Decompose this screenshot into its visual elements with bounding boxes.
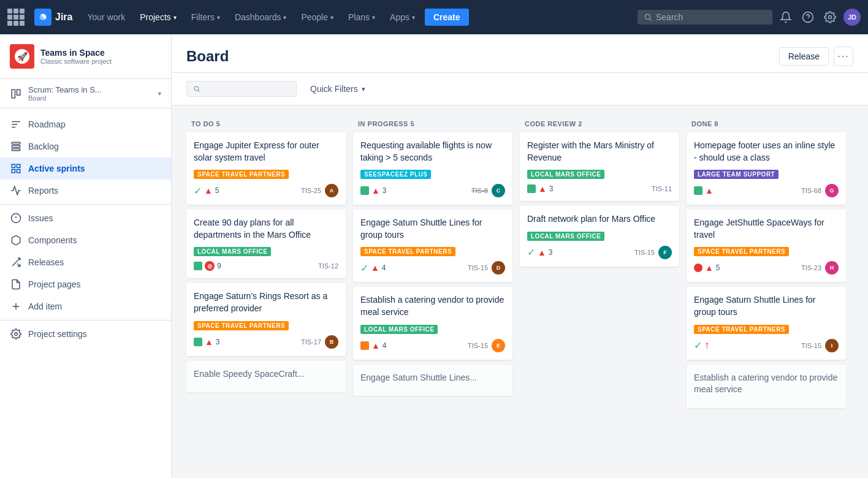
- priority-icon: ▲: [371, 341, 380, 351]
- card-tis11[interactable]: Register with the Mars Ministry of Reven…: [520, 132, 679, 201]
- card-avatar: G: [825, 184, 839, 197]
- card-title: Engage Saturn Shuttle Lines for group to…: [694, 294, 839, 318]
- card-tis15-done[interactable]: Engage Saturn Shuttle Lines for group to…: [687, 287, 846, 359]
- card-footer: ⊘ 9 TIS-12: [194, 261, 338, 271]
- create-button[interactable]: Create: [425, 9, 469, 26]
- card-tis68[interactable]: Homepage footer uses an inline style - s…: [687, 132, 846, 205]
- story-count: 3: [216, 338, 220, 346]
- sidebar-item-reports[interactable]: Reports: [0, 180, 171, 202]
- sidebar-item-label: Project pages: [28, 279, 81, 289]
- column-header-codereview: CODE REVIEW 2: [520, 115, 679, 132]
- sidebar-item-project-pages[interactable]: Project pages: [0, 273, 171, 295]
- sidebar-item-active-sprints[interactable]: Active sprints: [0, 157, 171, 180]
- card-label: LOCAL MARS OFFICE: [194, 247, 271, 256]
- sprints-icon: [10, 162, 22, 175]
- sidebar-item-releases[interactable]: Releases: [0, 251, 171, 273]
- column-count-codereview: 2: [578, 120, 582, 127]
- filter-search-input[interactable]: [204, 84, 290, 94]
- app-switcher-icon[interactable]: [7, 9, 25, 26]
- jira-logo[interactable]: Jira: [34, 9, 72, 26]
- svg-point-21: [194, 86, 199, 91]
- nav-apps[interactable]: Apps ▾: [385, 10, 420, 25]
- story-icon: [194, 338, 202, 346]
- card-footer: ▲ 5 TIS-23 H: [694, 261, 839, 275]
- card-tis15-ip2[interactable]: Establish a catering vendor to provide m…: [353, 287, 512, 359]
- story-icon: ✓: [194, 185, 202, 197]
- story-icon: [694, 186, 702, 195]
- notifications-icon[interactable]: [777, 9, 794, 26]
- card-tis15-cr[interactable]: Draft network plan for Mars Office LOCAL…: [520, 206, 679, 267]
- nav-projects[interactable]: Projects ▾: [135, 10, 181, 25]
- card-meta: ✓ ▲ 5: [194, 185, 219, 197]
- filter-bar: Quick Filters ▾: [172, 73, 868, 105]
- sidebar-item-roadmap[interactable]: Roadmap: [0, 113, 171, 135]
- card-id: TIS-25: [301, 187, 321, 194]
- sidebar-item-components[interactable]: Components: [0, 229, 171, 251]
- board-icon: [10, 88, 22, 100]
- sidebar-item-add-item[interactable]: Add item: [0, 295, 171, 317]
- column-count-inprogress: 5: [410, 120, 414, 127]
- sidebar-item-issues[interactable]: Issues: [0, 207, 171, 229]
- card-meta: ✓ ↑: [694, 339, 710, 352]
- card-tis17[interactable]: Engage Saturn's Rings Resort as a prefer…: [186, 283, 346, 355]
- card-title: Engage Saturn's Rings Resort as a prefer…: [194, 290, 338, 314]
- nav-filters[interactable]: Filters ▾: [186, 10, 225, 25]
- card-tis12[interactable]: Create 90 day plans for all departments …: [186, 210, 346, 278]
- user-avatar[interactable]: JD: [843, 9, 861, 26]
- card-tis25[interactable]: Engage Jupiter Express for outer solar s…: [186, 132, 346, 205]
- quick-filters-button[interactable]: Quick Filters ▾: [303, 80, 373, 97]
- pages-icon: [10, 278, 22, 290]
- sidebar-item-label: Project settings: [28, 329, 87, 339]
- card-id: TIS-15: [468, 264, 488, 271]
- project-info[interactable]: 🚀 Teams in Space Classic software projec…: [0, 34, 171, 79]
- card-footer: ✓ ▲ 4 TIS-15 D: [360, 261, 505, 275]
- nav-dashboards[interactable]: Dashboards ▾: [230, 10, 292, 25]
- card-meta: ▲ 3: [527, 184, 554, 194]
- card-tis-partial1[interactable]: Enable Speedy SpaceCraft...: [186, 361, 346, 393]
- project-name: Teams in Space: [40, 48, 112, 58]
- check-icon: ✓: [527, 246, 535, 258]
- card-title: Engage Saturn Shuttle Lines...: [360, 372, 505, 384]
- settings-icon[interactable]: [821, 9, 839, 26]
- filter-search-box[interactable]: [186, 81, 297, 97]
- sidebar-item-project-settings[interactable]: Project settings: [0, 323, 171, 345]
- svg-rect-6: [12, 142, 20, 144]
- card-tis15-ip1[interactable]: Engage Saturn Shuttle Lines for group to…: [353, 210, 512, 282]
- card-id: TIS-8: [471, 187, 488, 194]
- svg-rect-5: [17, 89, 20, 95]
- search-input[interactable]: [656, 12, 754, 22]
- more-options-button[interactable]: ···: [834, 47, 853, 66]
- card-footer: ✓ ↑ TIS-15 I: [694, 339, 839, 352]
- card-done-partial[interactable]: Establish a catering vendor to provide m…: [687, 365, 846, 408]
- release-button[interactable]: Release: [779, 47, 829, 66]
- card-avatar: E: [492, 339, 505, 352]
- help-icon[interactable]: [799, 9, 817, 26]
- done-cards: Homepage footer uses an inline style - s…: [687, 132, 846, 408]
- column-header-inprogress: IN PROGRESS 5: [353, 115, 512, 132]
- sidebar-item-backlog[interactable]: Backlog: [0, 135, 171, 157]
- nav-yourwork[interactable]: Your work: [82, 10, 130, 25]
- card-label: LOCAL MARS OFFICE: [360, 325, 438, 334]
- card-footer: ✓ ▲ 3 TIS-15 F: [527, 246, 672, 259]
- priority-icon: ▲: [205, 337, 213, 347]
- priority-icon: ▲: [204, 186, 213, 195]
- story-count: 3: [549, 248, 553, 257]
- nav-plans[interactable]: Plans ▾: [343, 10, 380, 25]
- chevron-down-icon: ▾: [362, 85, 365, 93]
- project-icon: 🚀: [10, 44, 34, 69]
- card-title: Homepage footer uses an inline style - s…: [694, 140, 839, 164]
- svg-rect-10: [17, 164, 20, 167]
- sidebar-board-selector[interactable]: Scrum: Teams in S... Board ▾: [0, 79, 171, 108]
- card-tis23[interactable]: Engage JetShuttle SpaceWays for travel S…: [687, 210, 846, 282]
- todo-cards: Engage Jupiter Express for outer solar s…: [186, 132, 346, 392]
- card-title: Enable Speedy SpaceCraft...: [194, 368, 338, 381]
- card-ip-partial[interactable]: Engage Saturn Shuttle Lines...: [353, 365, 512, 396]
- nav-people[interactable]: People ▾: [296, 10, 338, 25]
- main-layout: 🚀 Teams in Space Classic software projec…: [0, 34, 868, 478]
- top-navigation: Jira Your work Projects ▾ Filters ▾ Dash…: [0, 0, 868, 34]
- svg-rect-12: [17, 170, 20, 173]
- codereview-cards: Register with the Mars Ministry of Reven…: [520, 132, 679, 267]
- chevron-down-icon: ▾: [158, 90, 161, 97]
- card-tis8[interactable]: Requesting available flights is now taki…: [353, 132, 512, 205]
- search-box[interactable]: [638, 10, 772, 25]
